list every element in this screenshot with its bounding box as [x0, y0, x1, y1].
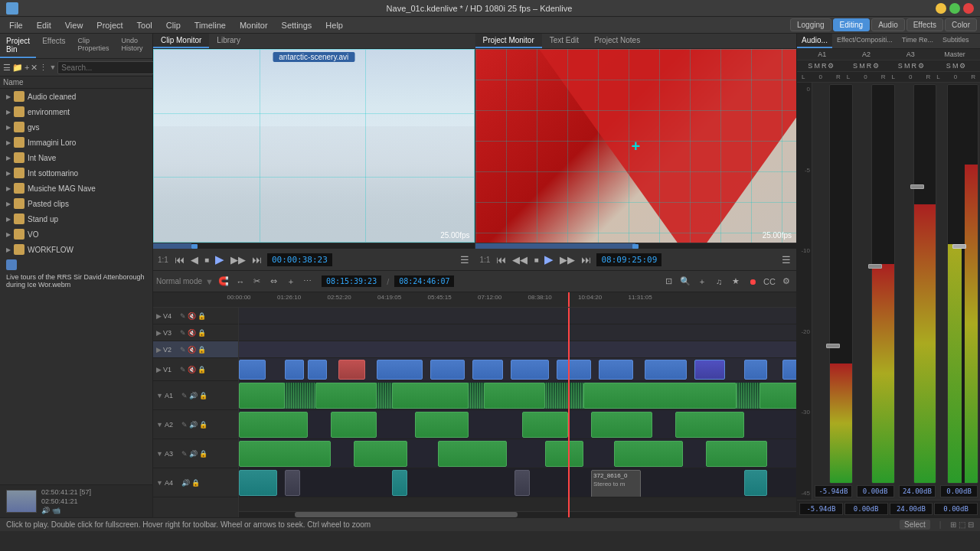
clip-a1-5[interactable]	[583, 383, 737, 409]
clip-a3-3[interactable]	[438, 441, 507, 467]
master-fader-handle[interactable]	[952, 244, 966, 249]
track-expand-v2[interactable]: ▶	[156, 346, 162, 354]
clip-v1-6[interactable]	[430, 360, 465, 380]
clip-a2-2[interactable]	[331, 412, 377, 438]
clip-a4-5[interactable]	[744, 470, 767, 496]
menu-tool[interactable]: Tool	[131, 19, 158, 31]
mark-out-button[interactable]: ⏭	[250, 253, 264, 266]
ch-a1-settings[interactable]: ⚙	[828, 62, 834, 70]
clip-a4-4[interactable]	[514, 470, 530, 496]
clip-v1-14[interactable]	[782, 360, 796, 380]
master-settings[interactable]: ⚙	[959, 62, 965, 70]
tab-effect-comp[interactable]: Effect/Compositi...	[832, 34, 897, 48]
menu-file[interactable]: File	[3, 19, 29, 31]
track-expand-v1[interactable]: ▶	[156, 366, 162, 373]
mode-effects[interactable]: Effects	[906, 18, 943, 31]
menu-clip[interactable]: Clip	[160, 19, 187, 31]
ch-a2-rec[interactable]: R	[867, 62, 872, 70]
ch-a3-solo[interactable]: S	[898, 62, 903, 70]
track-mute-v4[interactable]: 🔇	[188, 312, 196, 320]
tab-subtitles[interactable]: Subtitles	[938, 34, 974, 48]
track-row-v2[interactable]	[239, 341, 796, 358]
clip-a3-4[interactable]	[545, 441, 583, 467]
a1-db-display[interactable]: -5.94dB	[815, 485, 852, 497]
menu-timeline[interactable]: Timeline	[188, 19, 232, 31]
track-row-a2[interactable]	[239, 410, 796, 439]
track-lock-a2[interactable]: 🔒	[199, 421, 207, 429]
maximize-button[interactable]	[949, 3, 960, 14]
tab-clip-properties[interactable]: Clip Properties	[72, 34, 116, 58]
add-folder-icon[interactable]: 📁	[12, 60, 23, 74]
track-expand-a4[interactable]: ▼	[156, 479, 163, 487]
project-monitor-view[interactable]: 25.00fps	[475, 49, 797, 243]
clip-a1-4[interactable]	[484, 383, 545, 409]
track-edit-v3[interactable]: ✎	[180, 329, 186, 337]
file-musiche[interactable]: ▶ Musiche MAG Nave	[0, 181, 152, 196]
file-audio-cleaned[interactable]: ▶ Audio cleaned	[0, 89, 152, 104]
track-row-a3[interactable]	[239, 439, 796, 468]
track-lock-a1[interactable]: 🔒	[199, 392, 207, 399]
track-mute-v1[interactable]: 🔇	[188, 366, 196, 373]
marker[interactable]: ★	[729, 275, 743, 289]
filter-icon[interactable]: ☰	[3, 60, 11, 74]
proj-play[interactable]: ▶	[542, 252, 556, 267]
menu-view[interactable]: View	[59, 19, 90, 31]
record[interactable]: ⏺	[746, 275, 760, 289]
file-immagini[interactable]: ▶ Immagini Loro	[0, 135, 152, 150]
next-frame-button[interactable]: ▶▶	[228, 253, 248, 266]
fit-timeline[interactable]: ⊡	[662, 275, 675, 289]
ch-a3-settings[interactable]: ⚙	[918, 62, 924, 70]
clip-v1-2[interactable]	[285, 360, 304, 380]
track-edit-a2[interactable]: ✎	[181, 421, 188, 429]
clip-v1-13[interactable]	[744, 360, 767, 380]
a1-db-val[interactable]: -5.94dB	[799, 503, 843, 515]
project-monitor-tabs[interactable]: Project Monitor Text Edit Project Notes	[475, 34, 797, 49]
ch-a2-mute[interactable]: M	[859, 62, 865, 70]
ch-a1-rec[interactable]: R	[822, 62, 827, 70]
zoom-in[interactable]: 🔍	[678, 275, 692, 289]
mode-logging[interactable]: Logging	[790, 18, 831, 31]
clip-a2-6[interactable]	[675, 412, 744, 438]
tab-project-notes[interactable]: Project Notes	[586, 34, 648, 48]
snap-button[interactable]: 🧲	[217, 275, 230, 289]
track-expand-v4[interactable]: ▶	[156, 312, 162, 320]
timeline-scrollbar[interactable]	[239, 511, 796, 517]
select-tool[interactable]: Select	[900, 520, 930, 530]
tab-text-edit[interactable]: Text Edit	[542, 34, 586, 48]
clip-v1-11[interactable]	[645, 360, 687, 380]
left-tabs[interactable]: Project Bin Effects Clip Properties Undo…	[0, 34, 152, 59]
track-row-v4[interactable]	[239, 308, 796, 324]
file-webm[interactable]: Live tours of the RRS Sir David Attenbor…	[0, 257, 152, 291]
clip-a2-1[interactable]	[239, 412, 308, 438]
file-workflow[interactable]: ▶ WORKFLOW	[0, 242, 152, 257]
track-expand-a1[interactable]: ▼	[156, 392, 163, 399]
proj-mark-in[interactable]: ⏮	[494, 253, 508, 266]
file-pasted[interactable]: ▶ Pasted clips	[0, 196, 152, 211]
file-vo[interactable]: ▶ VO	[0, 227, 152, 242]
tab-project-bin[interactable]: Project Bin	[0, 34, 36, 58]
filter-dropdown[interactable]: ▼	[49, 64, 56, 71]
tracks-area[interactable]: 372_8616_0 Stereo to m	[239, 308, 796, 517]
track-row-v1[interactable]	[239, 358, 796, 381]
clip-a1-6[interactable]	[760, 383, 796, 409]
search-input[interactable]	[57, 61, 162, 74]
more-icon[interactable]: ⋮	[39, 60, 47, 74]
track-mute-v2[interactable]: 🔇	[188, 346, 196, 354]
proj-prev[interactable]: ◀◀	[510, 253, 530, 266]
clip-a2-5[interactable]	[591, 412, 652, 438]
clip-options-button[interactable]: ☰	[458, 253, 472, 266]
file-gvs[interactable]: ▶ gvs	[0, 119, 152, 135]
project-options-button[interactable]: ☰	[779, 253, 793, 266]
add-clip-icon[interactable]: +	[24, 60, 29, 74]
close-button[interactable]	[963, 3, 974, 14]
ch-a1-solo[interactable]: S	[808, 62, 812, 70]
track-lock-v4[interactable]: 🔒	[198, 312, 206, 320]
clip-v1-1[interactable]	[239, 360, 266, 380]
mode-audio[interactable]: Audio	[871, 18, 905, 31]
tab-effects[interactable]: Effects	[36, 34, 71, 58]
clip-v1-12[interactable]	[694, 360, 725, 380]
track-lock-v2[interactable]: 🔒	[198, 346, 206, 354]
ch-a2-settings[interactable]: ⚙	[873, 62, 879, 70]
ripple-button[interactable]: ↔	[234, 275, 247, 289]
master-db-val[interactable]: 0.00dB	[934, 503, 978, 515]
